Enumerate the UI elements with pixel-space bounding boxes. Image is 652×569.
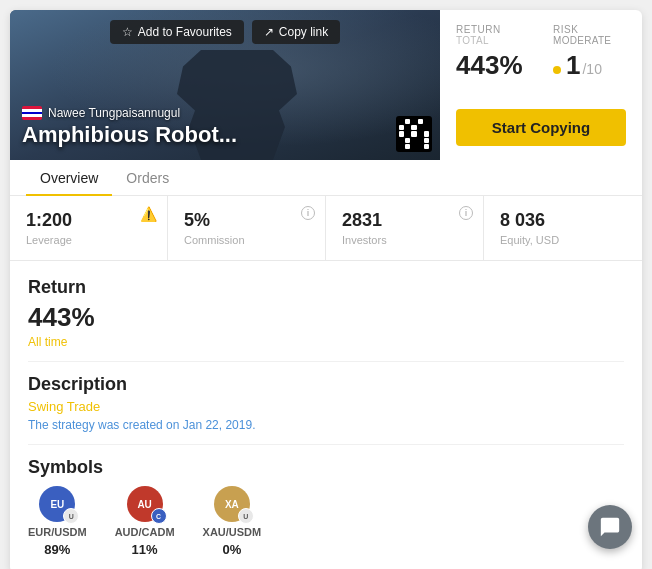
- stats-row: Return TOTAL 443% Risk MODERATE 1 /10: [456, 24, 626, 81]
- thailand-flag-icon: [22, 106, 42, 120]
- hero-section: ☆ Add to Favourites ↗ Copy link Nawee Tu…: [10, 10, 642, 160]
- hero-top-bar: ☆ Add to Favourites ↗ Copy link: [10, 20, 440, 44]
- symbol-icon: XAU: [214, 486, 250, 522]
- risk-denom: /10: [582, 61, 601, 77]
- start-copying-button[interactable]: Start Copying: [456, 109, 626, 146]
- equity-label: Equity, USD: [500, 234, 626, 246]
- symbol-item: AUCAUD/CADM11%: [115, 486, 175, 557]
- stats-grid: 1:200 Leverage ⚠️ 5% Commission i 2831 I…: [10, 196, 642, 261]
- commission-info-icon[interactable]: i: [301, 206, 315, 220]
- qr-cell: [405, 138, 410, 143]
- symbol-name: XAU/USDM: [203, 526, 262, 538]
- copy-link-label: Copy link: [279, 25, 328, 39]
- equity-value: 8 036: [500, 210, 626, 231]
- qr-cell: [405, 119, 410, 124]
- qr-cell: [418, 138, 423, 143]
- symbols-row: EUUEUR/USDM89%AUCAUD/CADM11%XAUXAU/USDM0…: [28, 486, 624, 557]
- symbol-badge: U: [63, 508, 79, 524]
- symbol-name: AUD/CADM: [115, 526, 175, 538]
- symbol-badge: U: [238, 508, 254, 524]
- desc-text-after: .: [252, 418, 255, 432]
- symbol-percentage: 11%: [132, 542, 158, 557]
- description-section-title: Description: [28, 374, 624, 395]
- tab-orders[interactable]: Orders: [112, 160, 183, 196]
- commission-label: Commission: [184, 234, 309, 246]
- chat-icon: [599, 516, 621, 538]
- qr-cell: [418, 131, 423, 136]
- qr-cell: [411, 144, 416, 149]
- investors-label: Investors: [342, 234, 467, 246]
- hero-image: ☆ Add to Favourites ↗ Copy link Nawee Tu…: [10, 10, 440, 160]
- symbol-name: EUR/USDM: [28, 526, 87, 538]
- leverage-cell: 1:200 Leverage ⚠️: [10, 196, 168, 260]
- risk-value: 1: [566, 50, 580, 81]
- qr-cell: [399, 144, 404, 149]
- symbols-section-title: Symbols: [28, 457, 624, 478]
- return-stat: Return TOTAL 443%: [456, 24, 529, 81]
- hero-title: Amphibious Robot...: [22, 122, 237, 148]
- symbol-percentage: 89%: [44, 542, 70, 557]
- return-period: All time: [28, 335, 624, 349]
- hero-stats-panel: Return TOTAL 443% Risk MODERATE 1 /10 St…: [440, 10, 642, 160]
- qr-cell: [418, 144, 423, 149]
- main-content: Return 443% All time Description Swing T…: [10, 261, 642, 569]
- desc-text-before: The strategy was created on: [28, 418, 183, 432]
- flag-stripe-red2: [22, 117, 42, 120]
- risk-sublabel: MODERATE: [553, 35, 626, 46]
- qr-code: [396, 116, 432, 152]
- add-to-favourites-button[interactable]: ☆ Add to Favourites: [110, 20, 244, 44]
- copy-link-button[interactable]: ↗ Copy link: [252, 20, 340, 44]
- qr-cell: [411, 119, 416, 124]
- trader-name: Nawee Tungpaisannugul: [48, 106, 180, 120]
- tabs-bar: Overview Orders: [10, 160, 642, 196]
- qr-cell: [411, 131, 416, 136]
- qr-cell: [405, 144, 410, 149]
- investors-cell: 2831 Investors i: [326, 196, 484, 260]
- description-text: The strategy was created on Jan 22, 2019…: [28, 418, 624, 432]
- qr-cell: [424, 131, 429, 136]
- star-icon: ☆: [122, 25, 133, 39]
- qr-cell: [405, 131, 410, 136]
- return-section-value: 443%: [28, 302, 624, 333]
- investors-info-icon[interactable]: i: [459, 206, 473, 220]
- qr-cell: [411, 125, 416, 130]
- commission-value: 5%: [184, 210, 309, 231]
- risk-value-row: 1 /10: [553, 50, 626, 81]
- chat-button[interactable]: [588, 505, 632, 549]
- qr-cell: [405, 125, 410, 130]
- risk-stat: Risk MODERATE 1 /10: [553, 24, 626, 81]
- equity-cell: 8 036 Equity, USD: [484, 196, 642, 260]
- risk-label: Risk: [553, 24, 626, 35]
- divider-2: [28, 444, 624, 445]
- qr-cell: [424, 138, 429, 143]
- qr-cell: [399, 138, 404, 143]
- divider-1: [28, 361, 624, 362]
- desc-date: Jan 22, 2019: [183, 418, 252, 432]
- qr-cell: [411, 138, 416, 143]
- symbol-item: EUUEUR/USDM89%: [28, 486, 87, 557]
- commission-cell: 5% Commission i: [168, 196, 326, 260]
- symbol-icon: AUC: [127, 486, 163, 522]
- tab-overview[interactable]: Overview: [26, 160, 112, 196]
- investors-value: 2831: [342, 210, 467, 231]
- qr-cell: [424, 144, 429, 149]
- leverage-label: Leverage: [26, 234, 151, 246]
- return-label: Return: [456, 24, 529, 35]
- share-icon: ↗: [264, 25, 274, 39]
- qr-cell: [399, 119, 404, 124]
- add-favourites-label: Add to Favourites: [138, 25, 232, 39]
- symbol-icon: EUU: [39, 486, 75, 522]
- qr-cell: [399, 131, 404, 136]
- risk-dot-icon: [553, 66, 561, 74]
- qr-cell: [418, 119, 423, 124]
- trader-flag-name: Nawee Tungpaisannugul: [22, 106, 180, 120]
- qr-cell: [424, 125, 429, 130]
- return-value: 443%: [456, 50, 529, 81]
- trader-card: ☆ Add to Favourites ↗ Copy link Nawee Tu…: [10, 10, 642, 569]
- qr-cell: [399, 125, 404, 130]
- leverage-value: 1:200: [26, 210, 151, 231]
- qr-cell: [418, 125, 423, 130]
- symbol-item: XAUXAU/USDM0%: [203, 486, 262, 557]
- description-type: Swing Trade: [28, 399, 624, 414]
- symbol-badge: C: [151, 508, 167, 524]
